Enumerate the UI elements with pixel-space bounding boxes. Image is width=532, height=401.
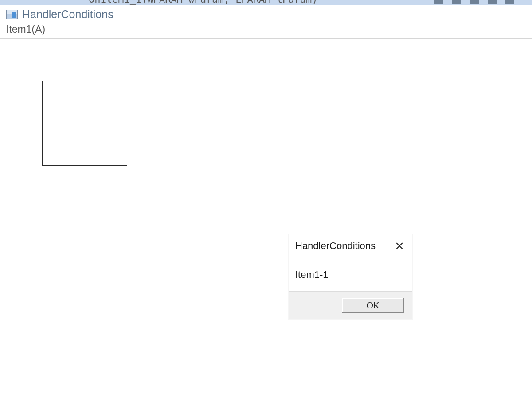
drawn-rectangle (42, 81, 127, 166)
ide-code-fragment: OnItem1_1(WPARAM wParam, LPARAM lParam) (89, 0, 318, 5)
menu-bar: Item1(A) (0, 22, 532, 38)
app-icon (6, 10, 18, 19)
dialog-footer: OK (289, 291, 412, 319)
dialog-body: Item1-1 (289, 256, 412, 291)
window-title: HandlerConditions (22, 8, 113, 21)
dialog-title: HandlerConditions (295, 240, 376, 252)
dialog-title-bar[interactable]: HandlerConditions (289, 234, 412, 256)
menu-divider (0, 38, 532, 39)
dialog-message: Item1-1 (295, 269, 406, 280)
title-bar[interactable]: HandlerConditions (0, 5, 532, 22)
menu-item-item1[interactable]: Item1(A) (6, 23, 45, 35)
ide-toolbar-icons (434, 0, 514, 4)
app-window: HandlerConditions Item1(A) (0, 5, 532, 39)
message-dialog: HandlerConditions Item1-1 OK (289, 234, 412, 319)
close-icon[interactable] (393, 240, 406, 252)
ide-top-strip: OnItem1_1(WPARAM wParam, LPARAM lParam) (0, 0, 532, 5)
ok-button[interactable]: OK (342, 298, 404, 313)
